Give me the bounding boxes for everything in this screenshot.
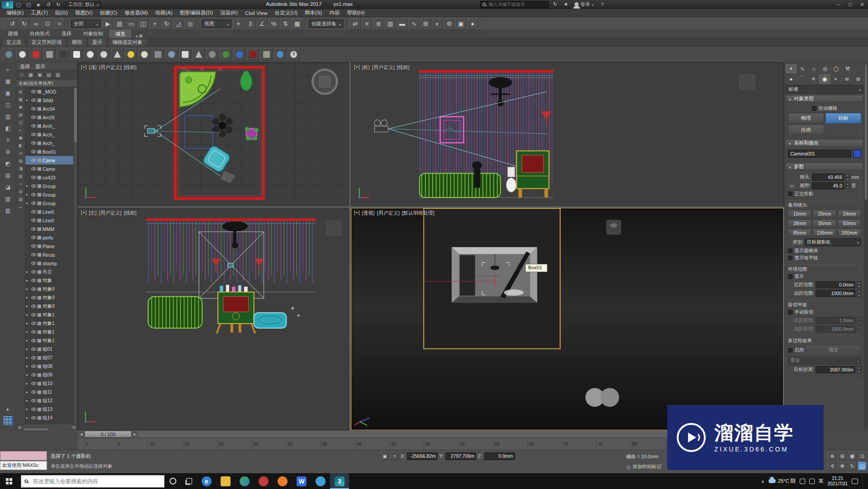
- expand-arrow-icon[interactable]: ▸: [26, 407, 30, 411]
- show-ranges-checkbox[interactable]: [788, 274, 793, 279]
- top-view-canvas[interactable]: [78, 63, 349, 206]
- dock-toolbar-icon[interactable]: ⊞: [3, 146, 14, 157]
- explorer-side-icon[interactable]: ◉: [17, 103, 24, 111]
- undo-icon[interactable]: ↺: [7, 18, 18, 29]
- expand-arrow-icon[interactable]: ▸: [26, 184, 30, 188]
- explorer-side-icon[interactable]: ▤: [17, 111, 24, 118]
- capsule-primitive-icon[interactable]: [98, 48, 110, 61]
- near-range-field[interactable]: 0.0mm: [816, 281, 855, 288]
- explorer-menu-item[interactable]: 显示: [35, 63, 45, 69]
- named-selection-dropdown[interactable]: 创建选择集: [309, 19, 344, 28]
- cone-primitive-icon[interactable]: [111, 48, 123, 61]
- expand-arrow-icon[interactable]: ▸: [26, 98, 30, 102]
- geometry-category-icon[interactable]: ●: [786, 75, 797, 84]
- viewport-top[interactable]: [+][顶][用户定义][线框]: [78, 62, 349, 206]
- dock-toolbar-icon[interactable]: ◧: [3, 123, 14, 134]
- ribbon-tab[interactable]: 选择: [56, 30, 77, 38]
- unlink-selection-icon[interactable]: ∅: [42, 18, 53, 29]
- scene-explorer-row[interactable]: Recta: [25, 250, 73, 259]
- command-panel-scrollbar[interactable]: [864, 63, 868, 428]
- use-pivot-center-icon[interactable]: ⌖: [233, 18, 244, 29]
- close-button[interactable]: [856, 0, 868, 9]
- help-circle-icon[interactable]: ?: [288, 48, 300, 61]
- visibility-eye-icon[interactable]: [31, 279, 36, 282]
- menu-item[interactable]: 内容: [326, 9, 343, 17]
- scene-explorer-row[interactable]: ▸ Group: [25, 182, 73, 190]
- visibility-eye-icon[interactable]: [31, 116, 36, 119]
- box-primitive-icon[interactable]: [179, 48, 191, 61]
- explorer-vertical-scrollbar[interactable]: [73, 87, 77, 424]
- explorer-toolbar-icon[interactable]: ▦: [27, 71, 35, 79]
- scene-explorer-row[interactable]: Arc05: [25, 113, 73, 122]
- object-name-field[interactable]: Camera001: [788, 150, 851, 158]
- dock-toolbar-icon[interactable]: ◩: [3, 158, 14, 169]
- scene-explorer-row[interactable]: Came: [25, 165, 73, 173]
- visibility-eye-icon[interactable]: [31, 124, 36, 127]
- render-setup-icon[interactable]: ⚙: [443, 18, 455, 29]
- toolbar-grip[interactable]: [3, 19, 5, 29]
- zoom-extents-icon[interactable]: ▣: [848, 451, 857, 461]
- sign-in-button[interactable]: 登录: [572, 1, 596, 8]
- scene-explorer-row[interactable]: Box01: [25, 147, 73, 156]
- visibility-eye-icon[interactable]: [31, 253, 36, 256]
- spinner-icon[interactable]: [857, 281, 861, 288]
- network-icon[interactable]: [800, 479, 805, 484]
- rollout-object-type[interactable]: 对象类型: [786, 95, 863, 103]
- taskbar-wps-icon[interactable]: W: [292, 473, 311, 489]
- taskbar-qq-browser-icon[interactable]: [311, 473, 330, 489]
- target-camera-button[interactable]: 目标: [826, 113, 862, 123]
- viewport-left[interactable]: [+][左][用户定义][线框]: [78, 208, 349, 430]
- viewport-perspective[interactable]: Box01 [+][透视][用户定义][默认明暗处理]: [351, 208, 784, 430]
- expand-arrow-icon[interactable]: ▸: [26, 296, 30, 300]
- maximize-viewport-toggle-icon[interactable]: ◱: [858, 461, 867, 470]
- stock-lens-button[interactable]: 35mm: [813, 219, 836, 227]
- taskbar-sogou-icon[interactable]: [254, 473, 273, 489]
- explorer-side-icon[interactable]: ◨: [17, 165, 24, 172]
- scatter-dots-icon[interactable]: [152, 48, 164, 61]
- cameras-category-icon[interactable]: ◉: [819, 75, 830, 84]
- visibility-eye-icon[interactable]: [31, 382, 36, 385]
- app-logo-icon[interactable]: 3: [1, 1, 13, 9]
- rectangular-selection-icon[interactable]: ▭: [126, 18, 137, 29]
- zoom-extents-all-icon[interactable]: ⊡: [858, 451, 867, 461]
- spinner-icon[interactable]: [845, 174, 850, 181]
- physical-camera-button[interactable]: 物理: [788, 113, 824, 123]
- ribbon-panel-button[interactable]: 编辑选定对象: [108, 38, 147, 47]
- scene-explorer-row[interactable]: Arch_: [25, 130, 73, 139]
- target-distance-field[interactable]: 2087.069m: [816, 366, 855, 373]
- stock-lens-button[interactable]: 20mm: [813, 210, 836, 218]
- blue-sphere-icon[interactable]: [233, 48, 245, 61]
- explorer-side-icon[interactable]: ◐: [17, 127, 24, 134]
- explorer-side-icon[interactable]: ▨: [17, 196, 24, 203]
- shapes-category-icon[interactable]: ⌒: [797, 75, 808, 84]
- fov-field[interactable]: 45.0: [812, 182, 844, 189]
- percent-snap-icon[interactable]: %: [268, 18, 279, 29]
- help-search-input[interactable]: [480, 1, 549, 8]
- visibility-eye-icon[interactable]: [31, 107, 36, 110]
- visibility-eye-icon[interactable]: [31, 219, 36, 222]
- ribbon-panel-button[interactable]: 定义空闲区域: [27, 38, 66, 47]
- explorer-side-icon[interactable]: ◧: [17, 142, 24, 149]
- visibility-eye-icon[interactable]: [31, 193, 36, 196]
- expand-arrow-icon[interactable]: ▸: [26, 313, 30, 317]
- expand-arrow-icon[interactable]: ▸: [26, 390, 30, 394]
- show-desktop-button[interactable]: [862, 473, 864, 489]
- explorer-toolbar-icon[interactable]: ○: [18, 71, 26, 79]
- select-and-link-icon[interactable]: ∞: [30, 18, 42, 29]
- scene-explorer-row[interactable]: ▸ 组07: [25, 353, 73, 362]
- dock-toolbar-icon[interactable]: ▧: [3, 193, 14, 204]
- show-cone-checkbox[interactable]: [788, 249, 793, 253]
- visibility-eye-icon[interactable]: [31, 150, 36, 153]
- visibility-eye-icon[interactable]: [31, 399, 36, 402]
- building-icon[interactable]: [260, 48, 273, 61]
- selection-filter-dropdown[interactable]: 全部: [71, 19, 101, 28]
- visibility-eye-icon[interactable]: [31, 322, 36, 325]
- scene-explorer-row[interactable]: ▸ 对象: [25, 276, 73, 285]
- scene-explorer-row[interactable]: Plane: [25, 242, 73, 250]
- redo-quick-icon[interactable]: ↻: [54, 1, 63, 9]
- task-view-button[interactable]: [181, 473, 197, 489]
- systems-category-icon[interactable]: ⊛: [853, 75, 863, 84]
- lens-field[interactable]: 43.456: [812, 174, 844, 181]
- viewport-label-part[interactable]: [+]: [81, 210, 87, 216]
- menu-item[interactable]: 视图(V): [71, 9, 96, 17]
